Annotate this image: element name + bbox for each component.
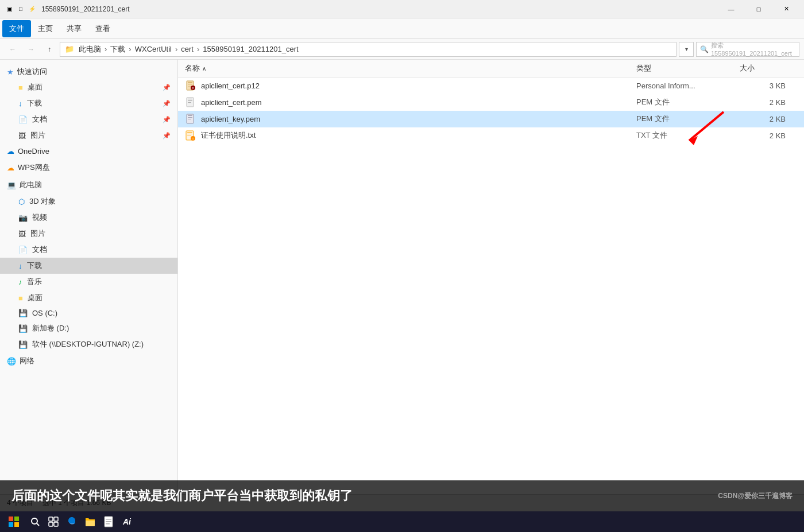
- search-icon: 🔍: [700, 45, 709, 53]
- sidebar-item-3d[interactable]: ⬡ 3D 对象: [0, 193, 177, 209]
- window-controls: — □ ✕: [718, 0, 799, 18]
- up-button[interactable]: ↑: [41, 41, 57, 57]
- sidebar-item-downloads[interactable]: ↓ 下载: [0, 258, 177, 274]
- svg-rect-9: [188, 102, 191, 103]
- taskbar-ai[interactable]: Ai: [118, 513, 136, 530]
- pin-icon: □: [16, 5, 25, 14]
- main-layout: ★ 快速访问 ■ 桌面 📌 ↓ 下载 📌 📄 文档 📌 🖼 图片 📌 ☁ One…: [0, 60, 804, 494]
- docs-icon: 📄: [18, 246, 28, 254]
- sidebar-onedrive[interactable]: ☁ OneDrive: [0, 143, 177, 159]
- sidebar-item-desktop2[interactable]: ■ 桌面: [0, 290, 177, 306]
- title-bar-system-icons: ▣ □ ⚡: [5, 5, 37, 14]
- maximize-button[interactable]: □: [745, 0, 772, 18]
- file-name-cert-pem: apiclient_cert.pem: [201, 98, 636, 107]
- path-downloads[interactable]: 下载: [108, 43, 127, 56]
- pin-icon-desktop: 📌: [163, 84, 171, 91]
- sidebar-item-video[interactable]: 📷 视频: [0, 209, 177, 226]
- menu-tab-file[interactable]: 文件: [2, 20, 31, 37]
- path-wxcertutil[interactable]: WXCertUtil: [133, 44, 174, 55]
- forward-button[interactable]: →: [23, 41, 39, 57]
- svg-rect-15: [187, 132, 192, 133]
- svg-rect-31: [54, 522, 58, 526]
- address-path[interactable]: 📁 此电脑 › 下载 › WXCertUtil › cert › 1558950…: [60, 42, 677, 57]
- file-type-key-pem: PEM 文件: [636, 114, 740, 124]
- file-icon-cert-pem: [185, 96, 196, 108]
- taskbar-taskview[interactable]: [45, 513, 62, 530]
- path-cert[interactable]: cert: [179, 44, 196, 55]
- svg-point-26: [32, 518, 37, 524]
- taskbar-explorer[interactable]: [82, 513, 99, 530]
- col-header-type[interactable]: 类型: [636, 63, 740, 73]
- address-dropdown[interactable]: ▾: [679, 42, 694, 57]
- file-row-readme-txt[interactable]: T 证书使用说明.txt TXT 文件 2 KB: [178, 127, 804, 144]
- sidebar-item-pics[interactable]: 🖼 图片: [0, 226, 177, 242]
- menu-tab-share[interactable]: 共享: [60, 20, 88, 37]
- star-icon: ★: [7, 68, 14, 76]
- svg-rect-25: [14, 522, 19, 527]
- subtitle-overlay: 后面的这个文件呢其实就是我们商户平台当中获取到的私钥了 CSDN@爱你三千遍博客: [0, 480, 804, 511]
- sidebar-item-downloads-quick[interactable]: ↓ 下载 📌: [0, 95, 177, 111]
- file-type-readme-txt: TXT 文件: [636, 130, 740, 141]
- pin-icon-downloads: 📌: [163, 100, 171, 107]
- file-name-key-pem: apiclient_key.pem: [201, 115, 636, 123]
- music-icon: ♪: [18, 278, 22, 286]
- svg-rect-24: [9, 522, 13, 527]
- sidebar-item-c-drive[interactable]: 💾 OS (C:): [0, 306, 177, 320]
- svg-rect-1: [188, 82, 192, 83]
- desktop-icon: ■: [18, 294, 23, 302]
- sidebar-item-z-drive[interactable]: 💾 软件 (\\DESKTOP-IGUTNAR) (Z:): [0, 336, 177, 352]
- svg-rect-2: [188, 84, 192, 85]
- sort-icon: ∧: [202, 65, 206, 72]
- file-size-key-pem: 2 KB: [740, 115, 797, 123]
- menu-tab-view[interactable]: 查看: [88, 20, 117, 37]
- svg-rect-17: [187, 135, 191, 136]
- sidebar-item-docs-quick[interactable]: 📄 文档 📌: [0, 111, 177, 127]
- sidebar-wps[interactable]: ☁ WPS网盘: [0, 159, 177, 176]
- svg-rect-34: [106, 519, 111, 520]
- taskbar-notepad[interactable]: [100, 513, 117, 530]
- search-box[interactable]: 🔍 搜索 1558950191_20211201_cert: [696, 42, 799, 57]
- svg-rect-13: [188, 119, 191, 119]
- col-header-name[interactable]: 名称 ∧: [185, 63, 636, 73]
- svg-rect-16: [187, 134, 192, 134]
- sidebar-item-desktop[interactable]: ■ 桌面 📌: [0, 79, 177, 95]
- d-drive-icon: 💾: [18, 324, 28, 333]
- close-button[interactable]: ✕: [773, 0, 799, 18]
- sidebar-quick-access[interactable]: ★ 快速访问: [0, 64, 177, 79]
- sidebar-item-pics-quick[interactable]: 🖼 图片 📌: [0, 127, 177, 143]
- minimize-button[interactable]: —: [718, 0, 744, 18]
- sidebar-item-music[interactable]: ♪ 音乐: [0, 274, 177, 290]
- window-icon: ▣: [5, 5, 14, 14]
- path-this-pc[interactable]: 此电脑: [76, 43, 103, 56]
- start-button[interactable]: [2, 513, 25, 530]
- downloads-icon: ↓: [18, 262, 22, 270]
- taskbar-search[interactable]: [26, 513, 44, 530]
- col-header-size[interactable]: 大小: [740, 63, 797, 73]
- menu-tab-home[interactable]: 主页: [31, 20, 60, 37]
- file-row-cert-p12[interactable]: P apiclient_cert.p12 Personal Inform... …: [178, 77, 804, 94]
- svg-text:T: T: [192, 137, 194, 141]
- flash-icon: ⚡: [28, 5, 37, 14]
- file-row-key-pem[interactable]: apiclient_key.pem PEM 文件 2 KB: [178, 111, 804, 127]
- back-button[interactable]: ←: [5, 41, 21, 57]
- file-list: P apiclient_cert.p12 Personal Inform... …: [178, 77, 804, 494]
- sidebar-item-d-drive[interactable]: 💾 新加卷 (D:): [0, 320, 177, 336]
- path-current[interactable]: 1558950191_20211201_cert: [200, 44, 300, 55]
- taskbar-edge[interactable]: [63, 513, 80, 530]
- file-icon-key-pem: [185, 113, 196, 125]
- subtitle-watermark: CSDN@爱你三千遍博客: [718, 491, 793, 501]
- folder-icon: 📁: [65, 45, 74, 53]
- file-list-header: 名称 ∧ 类型 大小: [178, 60, 804, 77]
- pc-icon: 💻: [7, 181, 16, 189]
- c-drive-icon: 💾: [18, 309, 28, 317]
- svg-rect-35: [106, 521, 111, 522]
- file-row-cert-pem[interactable]: apiclient_cert.pem PEM 文件 2 KB: [178, 94, 804, 111]
- sidebar-this-pc[interactable]: 💻 此电脑: [0, 176, 177, 193]
- svg-rect-22: [9, 517, 13, 521]
- address-bar: ← → ↑ 📁 此电脑 › 下载 › WXCertUtil › cert › 1…: [0, 39, 804, 60]
- svg-rect-3: [188, 86, 191, 87]
- svg-line-27: [37, 523, 39, 526]
- sidebar-network[interactable]: 🌐 网络: [0, 352, 177, 370]
- sidebar-item-docs[interactable]: 📄 文档: [0, 242, 177, 258]
- file-type-cert-p12: Personal Inform...: [636, 81, 740, 90]
